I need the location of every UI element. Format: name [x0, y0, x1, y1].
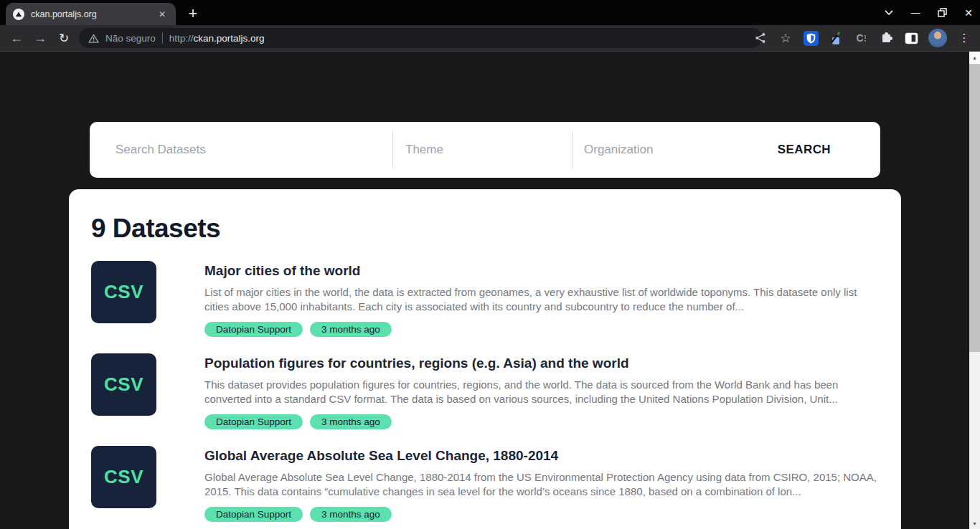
eyedropper-extension-icon[interactable]	[828, 30, 844, 46]
field-divider	[392, 131, 393, 168]
extensions-puzzle-icon[interactable]	[878, 30, 894, 46]
badge-list: Datopian Support3 months ago	[204, 507, 877, 522]
new-tab-button[interactable]: +	[182, 3, 204, 24]
dataset-row: CSV Major cities of the world List of ma…	[91, 261, 879, 337]
address-bar[interactable]: Não seguro http://ckan.portaljs.org	[79, 28, 762, 48]
dataset-main: Major cities of the world List of major …	[204, 261, 877, 337]
dataset-title[interactable]: Major cities of the world	[204, 263, 877, 279]
security-label: Não seguro	[105, 33, 156, 44]
tab-search-chevron-icon[interactable]	[883, 7, 895, 19]
scroll-up-icon[interactable]: ▲	[969, 52, 980, 64]
page-content: SEARCH 9 Datasets CSV Major cities of th…	[0, 51, 980, 529]
field-divider	[572, 131, 573, 168]
dataset-list: CSV Major cities of the world List of ma…	[91, 261, 879, 529]
browser-tab[interactable]: ckan.portaljs.org ✕	[6, 3, 176, 25]
scrollbar-thumb[interactable]	[969, 64, 980, 352]
badge: Datopian Support	[204, 507, 303, 522]
dataset-main: Population figures for countries, region…	[204, 353, 877, 429]
side-panel-icon[interactable]	[903, 30, 919, 46]
dataset-main: Global Average Absolute Sea Level Change…	[204, 446, 877, 522]
badge-list: Datopian Support3 months ago	[204, 414, 877, 429]
tab-close-icon[interactable]: ✕	[156, 8, 169, 21]
search-panel: SEARCH	[90, 122, 880, 178]
reload-icon[interactable]: ↻	[55, 29, 73, 47]
dataset-description: Global Average Absolute Sea Level Change…	[204, 470, 877, 499]
dataset-row: CSV Population figures for countries, re…	[91, 353, 879, 429]
browser-menu-icon[interactable]: ⋮	[956, 30, 972, 46]
badge: Datopian Support	[204, 414, 303, 429]
colorpick-dots	[864, 35, 866, 42]
tab-strip: ckan.portaljs.org ✕ + — ✕	[0, 0, 980, 25]
dataset-description: This dataset provides population figures…	[204, 378, 877, 406]
minimize-button[interactable]: —	[910, 7, 921, 19]
not-secure-warning-icon	[88, 34, 99, 43]
badge: 3 months ago	[310, 507, 392, 522]
back-icon[interactable]: ←	[7, 29, 26, 47]
dataset-title[interactable]: Global Average Absolute Sea Level Change…	[204, 448, 877, 464]
colorpick-extension-icon[interactable]: C	[853, 30, 869, 46]
close-button[interactable]: ✕	[963, 7, 974, 19]
bitwarden-extension-icon[interactable]	[803, 30, 819, 46]
csv-format-tile[interactable]: CSV	[91, 261, 156, 323]
badge-list: Datopian Support3 months ago	[204, 322, 877, 337]
csv-format-tile[interactable]: CSV	[91, 353, 156, 416]
tab-title: ckan.portaljs.org	[31, 9, 156, 19]
share-icon[interactable]	[753, 30, 768, 46]
nav-buttons: ← → ↻	[0, 29, 73, 47]
badge: Datopian Support	[204, 322, 303, 337]
dataset-title[interactable]: Population figures for countries, region…	[204, 356, 877, 371]
search-button[interactable]: SEARCH	[778, 122, 831, 178]
results-heading: 9 Datasets	[91, 214, 879, 244]
page-scrollbar[interactable]: ▲ ▼	[969, 52, 980, 529]
profile-avatar[interactable]	[928, 29, 947, 47]
organization-input[interactable]	[584, 122, 749, 178]
toolbar-right-icons: ☆ C	[745, 25, 980, 51]
csv-format-tile[interactable]: CSV	[91, 446, 156, 508]
url-host: ckan.portaljs.org	[194, 33, 265, 44]
url-text: http://ckan.portaljs.org	[169, 33, 265, 44]
browser-window: ckan.portaljs.org ✕ + — ✕ ← → ↻	[0, 0, 980, 529]
address-divider	[162, 32, 163, 44]
search-input[interactable]	[116, 122, 381, 178]
theme-input[interactable]	[405, 122, 560, 178]
badge: 3 months ago	[310, 414, 392, 429]
colorpick-letter: C	[856, 32, 863, 44]
scroll-down-icon[interactable]: ▼	[969, 518, 980, 529]
dataset-row: CSV Global Average Absolute Sea Level Ch…	[91, 446, 879, 522]
site-favicon	[13, 9, 24, 20]
dataset-description: List of major cities in the world, the d…	[204, 285, 877, 314]
forward-icon[interactable]: →	[31, 29, 50, 47]
url-scheme: http://	[169, 33, 194, 44]
browser-toolbar: ← → ↻ Não seguro http://ckan.portaljs.or…	[0, 25, 980, 51]
window-controls: — ✕	[883, 0, 974, 25]
results-card: 9 Datasets CSV Major cities of the world…	[69, 189, 901, 529]
bookmark-star-icon[interactable]: ☆	[778, 30, 793, 46]
badge: 3 months ago	[310, 322, 392, 337]
restore-button[interactable]	[936, 7, 948, 19]
